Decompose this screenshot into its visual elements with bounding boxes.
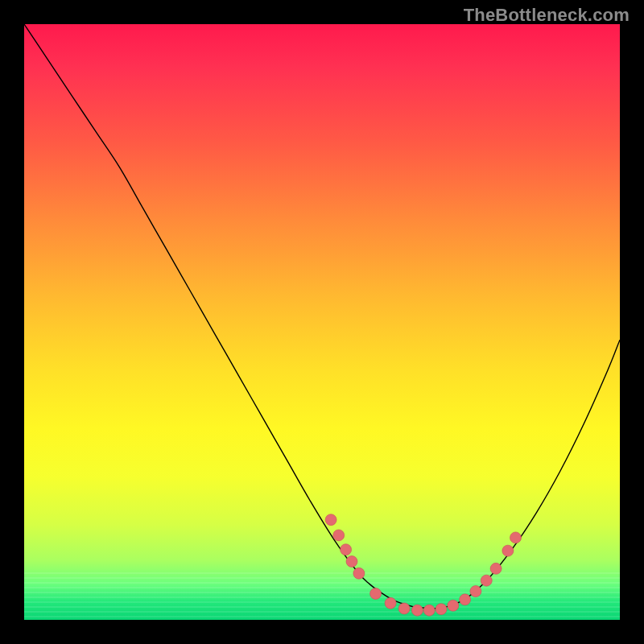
watermark-label: TheBottleneck.com xyxy=(464,5,630,26)
marker-dot xyxy=(423,605,435,616)
plot-area xyxy=(24,24,620,620)
marker-dot xyxy=(490,563,502,574)
marker-dot xyxy=(333,530,345,541)
marker-dot xyxy=(370,588,382,599)
marker-dot xyxy=(436,604,447,615)
marker-dot xyxy=(481,575,492,586)
marker-dot xyxy=(385,597,396,609)
marker-dot xyxy=(398,603,410,614)
chart-frame: TheBottleneck.com xyxy=(0,0,644,644)
marker-dot xyxy=(502,545,514,556)
marker-dot xyxy=(460,594,471,605)
bottleneck-curve xyxy=(24,24,620,609)
marker-dot xyxy=(353,568,365,579)
marker-dot xyxy=(510,532,522,543)
chart-svg xyxy=(24,24,620,620)
marker-group xyxy=(325,514,521,616)
marker-dot xyxy=(325,514,336,526)
marker-dot xyxy=(341,544,352,555)
marker-dot xyxy=(470,585,481,597)
marker-dot xyxy=(411,605,423,616)
marker-dot xyxy=(346,555,357,567)
marker-dot xyxy=(448,600,459,611)
